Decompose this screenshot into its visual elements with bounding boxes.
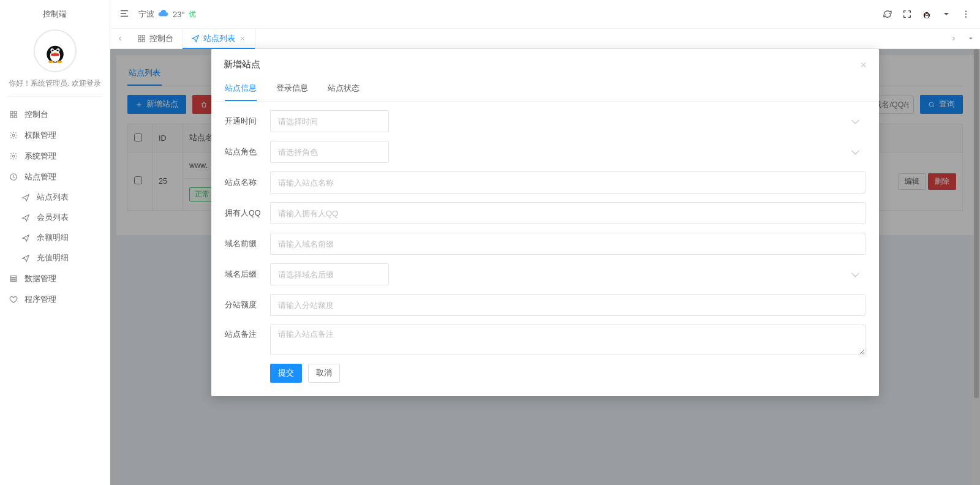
open-time-select[interactable]: [270, 110, 389, 132]
tab-label: 控制台: [149, 34, 173, 44]
svg-point-7: [48, 61, 53, 63]
nav-label: 余额明细: [37, 233, 69, 243]
nav-label: 充值明细: [37, 253, 69, 263]
svg-point-5: [56, 50, 58, 51]
cancel-button[interactable]: 取消: [308, 364, 340, 383]
dropdown-caret-icon[interactable]: [941, 9, 952, 20]
svg-rect-29: [138, 36, 141, 38]
nav-label: 站点管理: [24, 171, 56, 182]
gear-icon: [9, 130, 18, 140]
nav-sites[interactable]: 站点管理: [0, 167, 110, 187]
modal-body: 开通时间 站点角色 站点名称 拥有人QQ 域名前缀 域名后缀: [211, 102, 879, 396]
subnav-site-list[interactable]: 站点列表: [0, 187, 110, 208]
nav-label: 程序管理: [24, 294, 56, 305]
nav-label: 系统管理: [24, 151, 56, 162]
send-icon: [21, 213, 31, 223]
sidebar-nav: 控制台 权限管理 系统管理 站点管理 站点列表 会员列表 余额明细 充值明细: [0, 102, 110, 312]
greeting-text: 你好！系统管理员, 欢迎登录: [6, 78, 104, 97]
subnav-balance[interactable]: 余额明细: [0, 228, 110, 248]
more-menu-button[interactable]: [960, 9, 971, 20]
dashboard-icon: [137, 34, 146, 43]
send-icon: [21, 233, 31, 243]
tab-scroll-left[interactable]: [113, 29, 127, 48]
tab-scroll-right[interactable]: [947, 32, 960, 45]
modal-tabs: 站点信息 登录信息 站点状态: [211, 78, 879, 102]
svg-rect-12: [14, 115, 17, 118]
modal-tab-siteinfo[interactable]: 站点信息: [225, 78, 257, 101]
svg-point-14: [12, 155, 15, 157]
label-quota: 分站额度: [225, 300, 262, 310]
user-avatar-small[interactable]: [921, 9, 932, 20]
cloud-icon: [158, 8, 169, 21]
modal-footer: 提交 取消: [225, 364, 865, 383]
label-role: 站点角色: [225, 147, 262, 157]
svg-point-27: [965, 13, 967, 15]
weather-city: 宁波: [138, 9, 154, 20]
domain-prefix-input[interactable]: [270, 233, 865, 255]
label-open-time: 开通时间: [225, 116, 262, 127]
nav-label: 数据管理: [24, 273, 56, 284]
nav-program[interactable]: 程序管理: [0, 289, 110, 310]
tab-dropdown-button[interactable]: [964, 32, 978, 45]
svg-rect-30: [142, 36, 145, 38]
modal-backdrop[interactable]: 新增站点 × 站点信息 登录信息 站点状态 开通时间 站点角色 站点名称 拥有人…: [110, 49, 980, 485]
subnav-member-list[interactable]: 会员列表: [0, 208, 110, 228]
add-site-modal: 新增站点 × 站点信息 登录信息 站点状态 开通时间 站点角色 站点名称 拥有人…: [211, 49, 879, 396]
nav-label: 权限管理: [24, 130, 56, 141]
label-remark: 站点备注: [225, 325, 262, 340]
refresh-button[interactable]: [882, 9, 893, 20]
submit-button[interactable]: 提交: [270, 364, 302, 383]
label-domain-suffix: 域名后缀: [225, 269, 262, 280]
modal-tab-status[interactable]: 站点状态: [328, 78, 360, 101]
fullscreen-button[interactable]: [902, 9, 913, 20]
remark-textarea[interactable]: [270, 325, 865, 355]
svg-point-26: [965, 10, 967, 12]
tab-label: 站点列表: [203, 34, 235, 44]
svg-rect-10: [14, 111, 17, 114]
clock-icon: [9, 172, 18, 182]
svg-point-23: [925, 13, 926, 14]
nav-system[interactable]: 系统管理: [0, 146, 110, 167]
dashboard-icon: [9, 110, 18, 119]
tab-close-button[interactable]: [239, 35, 246, 42]
svg-rect-16: [10, 276, 16, 277]
svg-rect-6: [51, 53, 59, 56]
svg-point-8: [56, 61, 61, 63]
sidebar-title: 控制端: [0, 0, 110, 26]
weather-temp: 23°: [173, 10, 185, 19]
tab-dashboard[interactable]: 控制台: [129, 29, 183, 48]
label-owner-qq: 拥有人QQ: [225, 208, 262, 219]
sidebar: 控制端 你好！系统管理员, 欢迎登录 控制台 权限管理 系统管理: [0, 0, 110, 485]
penguin-icon: [42, 37, 69, 64]
tabs-row: 控制台 站点列表: [110, 28, 980, 49]
owner-qq-input[interactable]: [270, 202, 865, 224]
svg-rect-31: [138, 39, 141, 42]
nav-dashboard[interactable]: 控制台: [0, 104, 110, 125]
topbar: 宁波 23° 优: [110, 0, 980, 28]
svg-rect-17: [10, 278, 16, 279]
modal-close-button[interactable]: ×: [860, 59, 867, 70]
svg-point-28: [965, 17, 967, 18]
subnav-recharge[interactable]: 充值明细: [0, 248, 110, 268]
nav-data[interactable]: 数据管理: [0, 268, 110, 289]
send-icon: [21, 254, 31, 263]
tab-sites[interactable]: 站点列表: [183, 29, 255, 48]
label-site-name: 站点名称: [225, 178, 262, 188]
label-domain-prefix: 域名前缀: [225, 239, 262, 249]
weather-quality: 优: [189, 9, 196, 20]
weather-widget: 宁波 23° 优: [138, 8, 196, 21]
modal-title: 新增站点: [224, 59, 260, 70]
modal-tab-logininfo[interactable]: 登录信息: [276, 78, 308, 101]
role-select[interactable]: [270, 141, 389, 163]
svg-point-13: [12, 134, 15, 137]
avatar[interactable]: [34, 29, 77, 72]
collapse-sidebar-button[interactable]: [119, 8, 130, 21]
domain-suffix-select[interactable]: [270, 263, 389, 285]
quota-input[interactable]: [270, 294, 865, 316]
site-name-input[interactable]: [270, 171, 865, 194]
svg-rect-18: [10, 280, 16, 281]
svg-rect-9: [10, 111, 13, 114]
avatar-wrapper: [0, 26, 110, 78]
nav-permission[interactable]: 权限管理: [0, 125, 110, 146]
send-icon: [191, 34, 200, 43]
